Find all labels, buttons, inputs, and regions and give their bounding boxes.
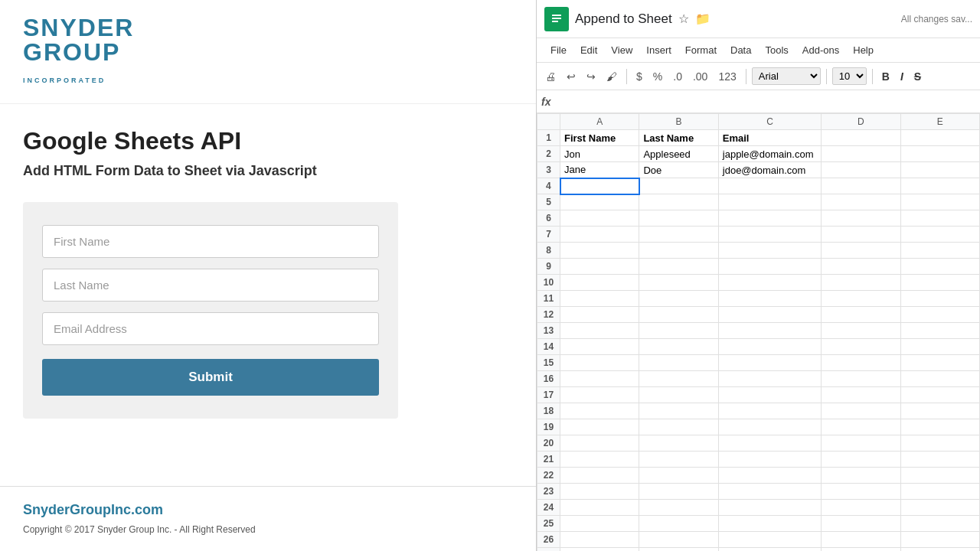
table-cell[interactable] (822, 227, 900, 243)
table-cell[interactable] (718, 468, 821, 484)
table-cell[interactable] (560, 355, 639, 371)
table-cell[interactable]: Last Name (639, 130, 718, 146)
bold-button[interactable]: B (878, 69, 893, 84)
table-cell[interactable] (560, 210, 639, 227)
table-cell[interactable] (822, 548, 900, 552)
italic-button[interactable]: I (897, 69, 907, 84)
table-cell[interactable] (639, 339, 718, 355)
table-cell[interactable] (822, 275, 900, 291)
table-cell[interactable] (639, 435, 718, 452)
table-cell[interactable] (822, 355, 900, 371)
table-cell[interactable] (639, 452, 718, 468)
table-cell[interactable] (822, 307, 900, 323)
submit-button[interactable]: Submit (42, 359, 379, 396)
menu-tools[interactable]: Tools (759, 42, 794, 58)
table-cell[interactable] (560, 339, 639, 355)
table-cell[interactable] (639, 403, 718, 419)
star-icon[interactable]: ☆ (678, 11, 689, 26)
table-cell[interactable] (560, 468, 639, 484)
table-cell[interactable] (900, 291, 979, 307)
menu-file[interactable]: File (544, 42, 573, 58)
table-cell[interactable] (560, 484, 639, 500)
table-cell[interactable] (560, 194, 639, 210)
table-cell[interactable] (560, 516, 639, 532)
table-cell[interactable] (718, 371, 821, 387)
table-cell[interactable] (900, 243, 979, 259)
table-cell[interactable] (718, 387, 821, 403)
table-cell[interactable] (900, 484, 979, 500)
redo-button[interactable]: ↪ (583, 68, 599, 85)
menu-format[interactable]: Format (679, 42, 723, 58)
table-cell[interactable] (900, 468, 979, 484)
table-cell[interactable] (900, 500, 979, 516)
table-cell[interactable] (560, 178, 639, 194)
table-cell[interactable] (639, 259, 718, 275)
table-cell[interactable] (718, 435, 821, 452)
table-cell[interactable]: Jon (560, 146, 639, 162)
table-cell[interactable] (900, 178, 979, 194)
table-cell[interactable] (639, 194, 718, 210)
col-header-d[interactable]: D (822, 114, 900, 130)
paint-format-button[interactable]: 🖌 (603, 68, 621, 85)
dollar-button[interactable]: $ (632, 68, 646, 85)
table-cell[interactable] (822, 435, 900, 452)
email-input[interactable] (42, 312, 379, 345)
table-cell[interactable] (639, 210, 718, 227)
table-cell[interactable] (718, 323, 821, 339)
table-cell[interactable] (718, 403, 821, 419)
table-cell[interactable] (560, 291, 639, 307)
table-cell[interactable] (900, 403, 979, 419)
decimal-increase-button[interactable]: .00 (689, 68, 711, 85)
print-button[interactable]: 🖨 (541, 68, 560, 85)
table-cell[interactable] (822, 194, 900, 210)
table-cell[interactable] (718, 355, 821, 371)
menu-insert[interactable]: Insert (640, 42, 678, 58)
menu-data[interactable]: Data (724, 42, 757, 58)
table-cell[interactable] (718, 339, 821, 355)
table-cell[interactable] (822, 371, 900, 387)
table-cell[interactable] (822, 146, 900, 162)
table-cell[interactable]: Appleseed (639, 146, 718, 162)
table-cell[interactable] (639, 532, 718, 548)
table-cell[interactable] (718, 227, 821, 243)
table-cell[interactable]: First Name (560, 130, 639, 146)
table-cell[interactable] (822, 243, 900, 259)
formula-input[interactable] (555, 96, 975, 107)
table-cell[interactable] (718, 243, 821, 259)
table-cell[interactable] (560, 371, 639, 387)
table-cell[interactable] (639, 371, 718, 387)
table-cell[interactable] (900, 339, 979, 355)
table-cell[interactable] (639, 516, 718, 532)
table-cell[interactable]: jdoe@domain.com (718, 162, 821, 178)
table-cell[interactable] (900, 452, 979, 468)
table-cell[interactable]: Doe (639, 162, 718, 178)
last-name-input[interactable] (42, 269, 379, 302)
table-cell[interactable]: Email (718, 130, 821, 146)
font-selector[interactable]: Arial (752, 67, 821, 85)
table-cell[interactable] (718, 452, 821, 468)
table-cell[interactable] (639, 468, 718, 484)
table-cell[interactable] (560, 403, 639, 419)
table-cell[interactable] (718, 500, 821, 516)
table-cell[interactable] (560, 548, 639, 552)
table-cell[interactable] (822, 130, 900, 146)
table-cell[interactable] (900, 307, 979, 323)
percent-button[interactable]: % (649, 68, 666, 85)
table-cell[interactable] (639, 227, 718, 243)
table-cell[interactable] (900, 435, 979, 452)
menu-view[interactable]: View (605, 42, 639, 58)
table-cell[interactable] (560, 452, 639, 468)
table-cell[interactable] (822, 178, 900, 194)
table-cell[interactable] (718, 178, 821, 194)
table-cell[interactable] (560, 387, 639, 403)
table-cell[interactable] (639, 500, 718, 516)
table-cell[interactable] (639, 291, 718, 307)
table-cell[interactable] (900, 146, 979, 162)
undo-button[interactable]: ↩ (563, 68, 580, 85)
table-cell[interactable] (639, 307, 718, 323)
menu-edit[interactable]: Edit (574, 42, 603, 58)
table-cell[interactable] (900, 371, 979, 387)
table-cell[interactable] (718, 532, 821, 548)
table-cell[interactable] (639, 243, 718, 259)
table-cell[interactable]: Jane (560, 162, 639, 178)
